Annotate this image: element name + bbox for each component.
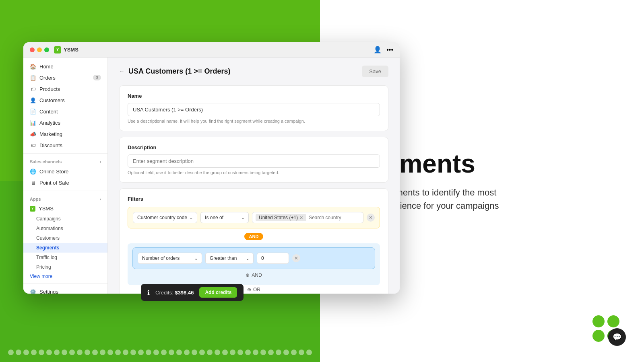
sidebar-item-marketing[interactable]: 📣 Marketing <box>23 128 107 140</box>
sidebar-label-home: Home <box>39 64 54 70</box>
remove-filter2-button[interactable]: ✕ <box>292 254 300 262</box>
filter1-operator-select[interactable]: Is one of ⌄ <box>200 212 249 223</box>
remove-filter1-button[interactable]: ✕ <box>367 214 375 222</box>
add-and-button[interactable]: ⊕ AND <box>132 272 375 278</box>
description-label: Description <box>128 144 380 150</box>
filter2-operator-select[interactable]: Greater than ⌄ <box>205 253 254 264</box>
close-button[interactable] <box>30 47 35 52</box>
sidebar-item-settings[interactable]: ⚙️ Settings <box>23 286 107 294</box>
sidebar-label-online-store: Online Store <box>39 169 68 175</box>
sidebar-divider-3 <box>23 283 107 284</box>
save-button[interactable]: Save <box>362 66 388 77</box>
sidebar-label-ysms: YSMS <box>39 206 54 212</box>
sidebar-sub-campaigns[interactable]: Campaigns <box>23 214 107 224</box>
page-header-left: ← USA Customers (1 >= Orders) <box>119 67 230 76</box>
app-name: YSMS <box>64 47 78 53</box>
sidebar-label-segments: Segments <box>36 245 59 251</box>
credits-label: Credits: $398.46 <box>155 290 194 296</box>
add-credits-button[interactable]: Add credits <box>199 287 237 298</box>
sidebar-label-ysms-customers: Customers <box>36 235 60 241</box>
sidebar-item-analytics[interactable]: 📊 Analytics <box>23 117 107 128</box>
settings-icon: ⚙️ <box>30 288 36 294</box>
minimize-button[interactable] <box>37 47 42 52</box>
home-icon: 🏠 <box>30 63 36 70</box>
maximize-button[interactable] <box>44 47 49 52</box>
sales-channels-label: Sales channels <box>30 159 62 164</box>
name-card: Name Use a descriptional name, it will h… <box>119 85 388 131</box>
sidebar-label-customers: Customers <box>39 97 65 103</box>
app-body: 🏠 Home 📋 Orders 3 🏷 Products 👤 Customers… <box>23 58 400 294</box>
orders-icon: 📋 <box>30 74 36 81</box>
filter2-field-select[interactable]: Number of orders ⌄ <box>138 253 202 264</box>
sidebar-label-pricing: Pricing <box>36 264 51 270</box>
sidebar-item-pos[interactable]: 🖥 Point of Sale <box>23 177 107 188</box>
sidebar-label-pos: Point of Sale <box>39 180 69 186</box>
main-content: ← USA Customers (1 >= Orders) Save Name … <box>108 58 400 294</box>
and-connector: AND <box>128 232 380 240</box>
app-logo: Y YSMS <box>54 46 78 53</box>
back-button[interactable]: ← <box>119 68 124 74</box>
and-badge: AND <box>244 233 264 240</box>
filter1-value-container: United States (+1) ✕ <box>252 212 363 223</box>
pos-icon: 🖥 <box>30 179 36 186</box>
sidebar-item-discounts[interactable]: 🏷 Discounts <box>23 140 107 151</box>
page-title: USA Customers (1 >= Orders) <box>128 67 230 76</box>
chevron-down-icon: ⌄ <box>190 216 193 220</box>
credits-popup-container: ℹ Credits: $398.46 Add credits <box>141 284 244 301</box>
more-options-icon[interactable]: ••• <box>386 46 393 53</box>
plus-circle-icon-2: ⊕ <box>247 287 251 292</box>
description-hint: Optional field, use it to better describ… <box>128 170 380 175</box>
products-icon: 🏷 <box>30 86 36 92</box>
filter1-field-select[interactable]: Customer country code ⌄ <box>133 212 197 223</box>
name-hint: Use a descriptional name, it will help y… <box>128 119 380 123</box>
country-tag: United States (+1) ✕ <box>256 214 306 221</box>
sidebar-item-customers[interactable]: 👤 Customers <box>23 95 107 106</box>
sidebar-label-content: Content <box>39 109 58 115</box>
online-store-icon: 🌐 <box>30 168 36 175</box>
orders-badge: 3 <box>93 75 101 80</box>
credits-amount: $398.46 <box>175 290 194 296</box>
analytics-icon: 📊 <box>30 119 36 126</box>
chevron-down-icon-2: ⌄ <box>241 216 244 220</box>
sidebar: 🏠 Home 📋 Orders 3 🏷 Products 👤 Customers… <box>23 58 108 294</box>
remove-tag-icon[interactable]: ✕ <box>299 215 303 220</box>
sidebar-item-home[interactable]: 🏠 Home <box>23 61 107 72</box>
filter-section-blue: Number of orders ⌄ Greater than ⌄ ✕ ⊕ AN… <box>128 243 380 285</box>
sidebar-item-online-store[interactable]: 🌐 Online Store <box>23 166 107 177</box>
filter2-operator-label: Greater than <box>210 255 237 261</box>
filter2-field-label: Number of orders <box>142 255 180 261</box>
sidebar-divider-2 <box>23 191 107 191</box>
sidebar-sub-automations[interactable]: Automations <box>23 224 107 233</box>
description-input[interactable] <box>128 154 380 168</box>
title-bar: Y YSMS 👤 ••• <box>23 42 400 58</box>
user-icon[interactable]: 👤 <box>374 46 382 53</box>
filter-row-1: Customer country code ⌄ Is one of ⌄ Unit… <box>128 207 380 228</box>
page-header: ← USA Customers (1 >= Orders) Save <box>119 66 388 77</box>
country-tag-text: United States (+1) <box>259 215 298 220</box>
sidebar-item-products[interactable]: 🏷 Products <box>23 83 107 95</box>
chat-icon: 💬 <box>613 333 621 341</box>
filters-card: Filters Customer country code ⌄ Is one o… <box>119 188 388 294</box>
title-bar-right: 👤 ••• <box>374 46 393 53</box>
chevron-down-icon-4: ⌄ <box>246 256 249 261</box>
view-more-link[interactable]: View more <box>23 272 107 281</box>
chevron-right-icon: › <box>100 160 101 164</box>
sidebar-sub-customers[interactable]: Customers <box>23 233 107 243</box>
sidebar-item-content[interactable]: 📄 Content <box>23 106 107 117</box>
sidebar-sub-segments[interactable]: Segments <box>23 243 107 253</box>
filter2-value-input[interactable] <box>257 253 289 264</box>
sidebar-item-ysms[interactable]: Y YSMS <box>23 203 107 214</box>
name-input[interactable] <box>128 103 380 116</box>
ysms-sidebar-icon: Y <box>30 206 35 212</box>
sidebar-sub-traffic-log[interactable]: Traffic log <box>23 253 107 262</box>
sidebar-sub-pricing[interactable]: Pricing <box>23 262 107 272</box>
content-icon: 📄 <box>30 108 36 115</box>
chat-fab-button[interactable]: 💬 <box>608 328 626 346</box>
sidebar-label-discounts: Discounts <box>39 142 62 148</box>
search-country-input[interactable] <box>309 215 349 220</box>
app-window: Y YSMS 👤 ••• 🏠 Home 📋 Orders 3 🏷 Product… <box>23 42 400 294</box>
filter-row-2: Number of orders ⌄ Greater than ⌄ ✕ <box>132 247 375 269</box>
chevron-down-icon-3: ⌄ <box>194 256 198 261</box>
sidebar-item-orders[interactable]: 📋 Orders 3 <box>23 72 107 83</box>
sidebar-label-campaigns: Campaigns <box>36 216 61 222</box>
